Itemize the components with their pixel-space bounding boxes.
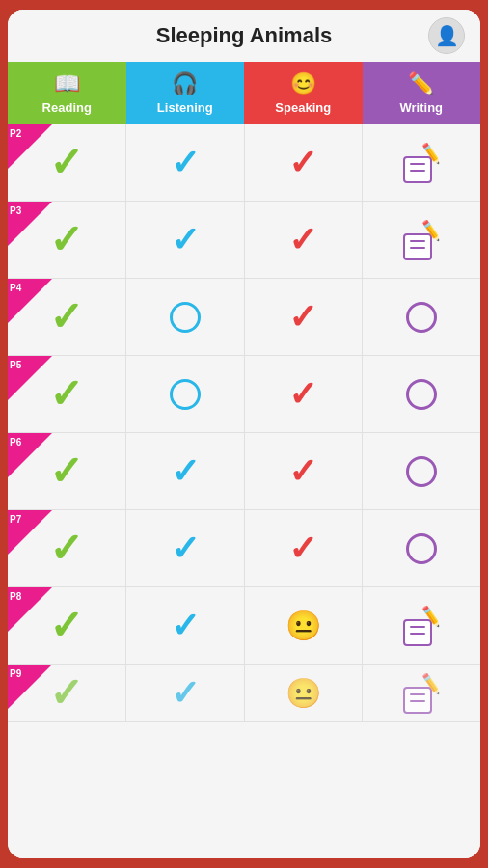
app-container: Sleeping Animals 👤 📖 Reading 🎧 Listening… (8, 10, 480, 858)
row-badge: P4 (10, 283, 21, 293)
table-row[interactable]: P9✓✓😐✏️ (8, 665, 480, 722)
cell-listening: ✓ (126, 510, 245, 586)
row-badge: P8 (10, 591, 21, 602)
cell-speaking: ✓ (245, 510, 364, 586)
table-row[interactable]: P7✓✓✓ (8, 510, 480, 587)
cell-listening: ✓ (126, 665, 245, 721)
tab-listening-label: Listening (157, 100, 213, 115)
row-badge: P6 (10, 437, 21, 448)
cell-speaking: ✓ (245, 433, 364, 509)
cell-speaking: ✓ (245, 356, 364, 432)
tab-writing-label: Writing (399, 100, 443, 115)
row-badge: P3 (10, 205, 21, 216)
cell-listening: ✓ (126, 124, 245, 201)
cell-listening (126, 356, 245, 432)
writing-icon: ✏️ (408, 71, 434, 96)
reading-icon: 📖 (54, 71, 80, 96)
cell-writing (363, 510, 480, 586)
cell-listening: ✓ (126, 433, 245, 509)
tab-speaking-label: Speaking (275, 100, 331, 115)
row-badge: P2 (10, 128, 21, 139)
speaking-icon: 😊 (290, 71, 316, 96)
cell-writing: ✏️ (363, 587, 480, 664)
listening-icon: 🎧 (172, 71, 198, 96)
cell-writing: ✏️ (363, 202, 480, 278)
cell-writing (363, 433, 480, 509)
cell-writing: ✏️ (363, 124, 480, 201)
avatar[interactable]: 👤 (428, 17, 465, 54)
table-row[interactable]: P2✓✓✓✏️ (8, 124, 480, 202)
cell-writing: ✏️ (363, 665, 480, 721)
cell-listening (126, 279, 245, 355)
table-row[interactable]: P4✓✓ (8, 279, 480, 356)
tab-listening[interactable]: 🎧 Listening (126, 62, 245, 124)
user-icon: 👤 (435, 24, 459, 47)
cell-writing (363, 356, 480, 432)
cell-speaking: ✓ (245, 279, 364, 355)
cell-listening: ✓ (126, 202, 245, 278)
row-badge: P9 (10, 668, 21, 679)
tab-bar: 📖 Reading 🎧 Listening 😊 Speaking ✏️ Writ… (8, 62, 480, 124)
table-row[interactable]: P3✓✓✓✏️ (8, 202, 480, 279)
header: Sleeping Animals 👤 (8, 10, 480, 62)
row-badge: P5 (10, 360, 21, 370)
cell-speaking: ✓ (245, 124, 364, 201)
cell-speaking: 😐 (245, 587, 364, 664)
tab-speaking[interactable]: 😊 Speaking (244, 62, 363, 124)
table-area: P2✓✓✓✏️P3✓✓✓✏️P4✓✓P5✓✓P6✓✓✓P7✓✓✓P8✓✓😐✏️P… (8, 124, 480, 858)
tab-reading-label: Reading (42, 100, 92, 115)
tab-writing[interactable]: ✏️ Writing (363, 62, 481, 124)
tab-reading[interactable]: 📖 Reading (8, 62, 126, 124)
cell-speaking: 😐 (245, 665, 364, 721)
table-row[interactable]: P5✓✓ (8, 356, 480, 433)
table-row[interactable]: P6✓✓✓ (8, 433, 480, 510)
cell-speaking: ✓ (245, 202, 364, 278)
table-row[interactable]: P8✓✓😐✏️ (8, 587, 480, 665)
cell-listening: ✓ (126, 587, 245, 664)
page-title: Sleeping Animals (156, 23, 333, 48)
row-badge: P7 (10, 514, 21, 525)
cell-writing (363, 279, 480, 355)
